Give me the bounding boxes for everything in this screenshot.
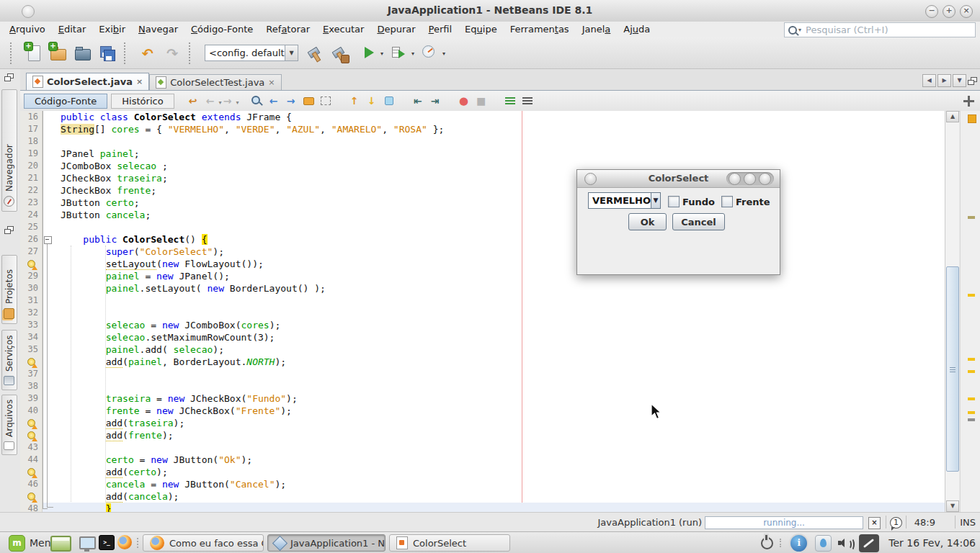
stripe-warning-mark[interactable] <box>968 397 975 400</box>
warning-status-icon[interactable] <box>968 114 976 123</box>
comment-icon[interactable] <box>503 94 517 108</box>
taskbar-window-netbeans[interactable]: JavaApplication1 - Net... <box>267 534 386 552</box>
open-project-icon[interactable] <box>73 43 93 63</box>
menu-equipe[interactable]: Equipe <box>458 22 504 37</box>
tab-list-icon[interactable] <box>953 74 966 87</box>
profile-project-icon[interactable] <box>421 43 441 63</box>
scroll-down-icon[interactable] <box>946 500 959 512</box>
warning-hint-icon[interactable] <box>27 260 35 268</box>
warning-hint-icon[interactable] <box>27 468 35 476</box>
clean-and-build-icon[interactable] <box>329 43 349 63</box>
maximize-icon[interactable] <box>943 5 956 18</box>
color-combobox[interactable]: VERMELHO <box>588 192 661 209</box>
dialog-maximize-icon[interactable] <box>744 173 756 185</box>
tab-colorselecttest-java[interactable]: ColorSelectTest.java <box>149 74 281 90</box>
menu-janela[interactable]: Janela <box>576 22 618 37</box>
search-scope-caret-icon[interactable]: ▾ <box>798 27 801 33</box>
toggle-highlight-icon[interactable] <box>301 94 316 108</box>
taskbar-window-firefox[interactable]: Como eu faco essa G... <box>143 534 264 552</box>
split-editor-icon[interactable] <box>963 96 974 107</box>
frente-checkbox[interactable] <box>721 196 733 207</box>
stripe-warning-mark[interactable] <box>968 294 975 297</box>
sidebar-tab-navegador[interactable]: Navegador <box>1 89 17 212</box>
toggle-bookmark-icon[interactable] <box>382 94 396 108</box>
menu-refatorar[interactable]: Refatorar <box>259 22 316 37</box>
uncomment-icon[interactable] <box>520 94 535 108</box>
menu-ajuda[interactable]: Ajuda <box>617 22 656 37</box>
dialog-minimize-icon[interactable] <box>729 173 741 185</box>
run-project-icon[interactable] <box>359 43 379 63</box>
new-file-icon[interactable] <box>24 43 44 63</box>
files-launcher-icon[interactable] <box>79 536 96 549</box>
last-edit-location-icon[interactable] <box>186 94 200 108</box>
water-drop-icon[interactable] <box>815 535 832 552</box>
warning-hint-icon[interactable] <box>27 493 35 500</box>
restore-window-icon[interactable] <box>4 226 14 234</box>
new-project-icon[interactable] <box>48 43 68 63</box>
close-tab-icon[interactable] <box>136 78 143 86</box>
find-next-icon[interactable] <box>284 94 298 108</box>
rectangular-selection-icon[interactable] <box>318 94 333 108</box>
scroll-up-icon[interactable] <box>946 111 959 122</box>
warning-hint-icon[interactable] <box>27 431 35 439</box>
stripe-warning-mark[interactable] <box>968 411 975 414</box>
previous-bookmark-icon[interactable] <box>347 94 362 108</box>
shift-line-right-icon[interactable] <box>428 94 442 108</box>
redo-icon[interactable]: ↷ <box>162 43 182 63</box>
record-macro-icon[interactable] <box>457 94 471 108</box>
menu-navegar[interactable]: Navegar <box>132 22 184 37</box>
warning-hint-icon[interactable] <box>27 358 35 366</box>
menu-depurar[interactable]: Depurar <box>370 22 422 37</box>
search-icon[interactable] <box>787 24 798 36</box>
error-stripe[interactable] <box>960 111 980 512</box>
menu-executar[interactable]: Executar <box>316 22 370 37</box>
undo-icon[interactable]: ↶ <box>138 43 158 63</box>
sidebar-tab-serviços[interactable]: Serviços <box>1 330 17 390</box>
source-view-button[interactable]: Código-Fonte <box>24 94 107 109</box>
dialog-close-icon[interactable] <box>759 173 771 185</box>
show-desktop-icon[interactable] <box>50 536 71 552</box>
build-project-icon[interactable] <box>305 43 325 63</box>
update-manager-icon[interactable] <box>789 534 808 553</box>
shift-line-left-icon[interactable] <box>411 94 425 108</box>
restore-window-icon[interactable] <box>4 73 14 81</box>
debug-project-icon[interactable] <box>390 43 410 63</box>
menu-editar[interactable]: Editar <box>52 22 93 37</box>
warning-hint-icon[interactable] <box>27 419 35 427</box>
config-select[interactable]: <config. default> <box>205 45 298 61</box>
next-bookmark-icon[interactable] <box>365 94 379 108</box>
terminal-launcher-icon[interactable] <box>99 535 115 550</box>
scrollbar-thumb[interactable] <box>946 266 959 472</box>
code-editor[interactable]: 16public class ColorSelect extends JFram… <box>20 111 945 512</box>
sidebar-tab-projetos[interactable]: Projetos <box>1 255 17 324</box>
back-icon[interactable] <box>203 94 218 108</box>
menu-ferramentas[interactable]: Ferramentas <box>504 22 576 37</box>
close-icon[interactable] <box>960 5 973 18</box>
cancel-button[interactable]: Cancel <box>672 213 725 230</box>
vertical-scrollbar[interactable] <box>945 111 959 512</box>
menu-cdigo-fonte[interactable]: Código-Fonte <box>184 22 259 37</box>
taskbar-window-java[interactable]: ColorSelect <box>389 534 510 552</box>
save-all-icon[interactable] <box>97 43 117 63</box>
collapse-fold-icon[interactable] <box>44 236 52 244</box>
scroll-tabs-right-icon[interactable] <box>937 74 951 87</box>
screenshot-tool-icon[interactable] <box>859 534 879 552</box>
notification-icon[interactable]: 1 <box>890 517 902 529</box>
combobox-arrow-icon[interactable] <box>651 193 660 208</box>
fundo-checkbox[interactable] <box>668 196 680 207</box>
stripe-warning-mark[interactable] <box>968 216 975 219</box>
search-input[interactable]: ▾ Pesquisar (Ctrl+I) <box>784 22 976 37</box>
find-selection-icon[interactable] <box>249 94 264 108</box>
stripe-warning-mark[interactable] <box>968 370 975 373</box>
stripe-warning-mark[interactable] <box>968 358 975 361</box>
stop-macro-icon[interactable] <box>474 94 489 108</box>
find-previous-icon[interactable] <box>267 94 281 108</box>
close-tab-icon[interactable] <box>268 78 275 87</box>
menu-exibir[interactable]: Exibir <box>92 22 132 37</box>
scroll-tabs-left-icon[interactable] <box>922 74 936 87</box>
sidebar-tab-arquivos[interactable]: Arquivos <box>1 395 17 455</box>
stripe-warning-mark[interactable] <box>968 418 975 421</box>
firefox-launcher-icon[interactable] <box>117 535 132 549</box>
stop-process-icon[interactable] <box>868 517 881 529</box>
chevron-down-icon[interactable] <box>285 45 298 60</box>
